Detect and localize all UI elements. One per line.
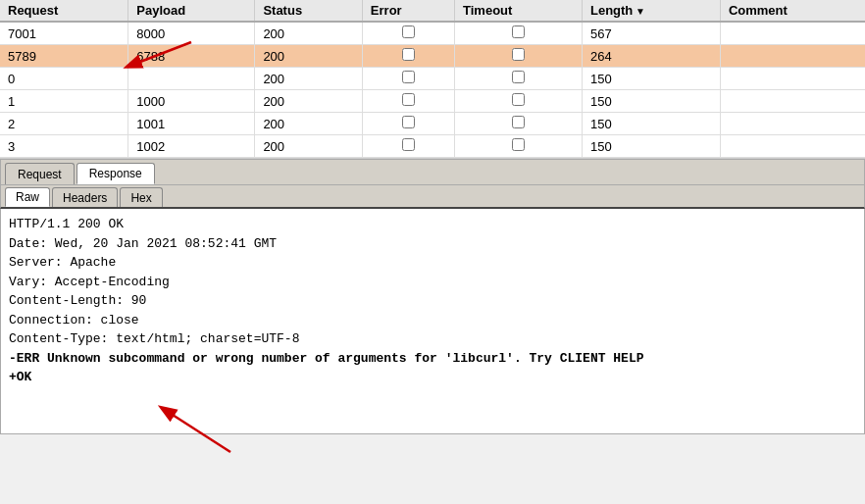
cell-comment: [720, 90, 865, 113]
cell-comment: [720, 68, 865, 90]
tab-headers[interactable]: Headers: [52, 187, 118, 207]
cell-request: 2: [0, 113, 128, 135]
cell-request: 0: [0, 68, 128, 90]
main-wrapper: Request Payload Status Error Timeout Len…: [0, 0, 865, 504]
tab-response[interactable]: Response: [76, 163, 155, 184]
cell-length: 150: [582, 68, 720, 90]
cell-timeout[interactable]: [455, 22, 583, 45]
cell-status: 200: [255, 68, 362, 90]
cell-payload: [128, 68, 255, 90]
cell-length: 150: [582, 135, 720, 158]
cell-length: 150: [582, 90, 720, 113]
col-error[interactable]: Error: [362, 0, 454, 22]
cell-request: 5789: [0, 45, 128, 68]
cell-error[interactable]: [362, 45, 454, 68]
cell-request: 7001: [0, 22, 128, 45]
cell-timeout[interactable]: [455, 135, 583, 158]
cell-payload: 1000: [128, 90, 255, 113]
cell-payload: 1001: [128, 113, 255, 135]
table-row[interactable]: 11000200150: [0, 90, 865, 113]
response-content: HTTP/1.1 200 OKDate: Wed, 20 Jan 2021 08…: [0, 209, 865, 434]
cell-status: 200: [255, 113, 362, 135]
main-tabs-bar: Request Response: [0, 159, 865, 184]
cell-comment: [720, 113, 865, 135]
col-timeout[interactable]: Timeout: [455, 0, 583, 22]
cell-payload: 1002: [128, 135, 255, 158]
results-table: Request Payload Status Error Timeout Len…: [0, 0, 865, 158]
content-line: Server: Apache: [9, 253, 856, 273]
col-length[interactable]: Length: [582, 0, 720, 22]
col-comment[interactable]: Comment: [720, 0, 865, 22]
cell-error[interactable]: [362, 113, 454, 135]
cell-timeout[interactable]: [455, 45, 583, 68]
content-line: +OK: [9, 368, 856, 387]
col-request[interactable]: Request: [0, 0, 128, 22]
sub-tabs-bar: Raw Headers Hex: [0, 184, 865, 209]
tab-request[interactable]: Request: [5, 163, 75, 184]
content-line: Date: Wed, 20 Jan 2021 08:52:41 GMT: [9, 234, 856, 254]
results-table-section: Request Payload Status Error Timeout Len…: [0, 0, 865, 159]
content-line: HTTP/1.1 200 OK: [9, 215, 856, 234]
content-line: Content-Type: text/html; charset=UTF-8: [9, 329, 856, 349]
cell-error[interactable]: [362, 135, 454, 158]
content-line: Content-Length: 90: [9, 291, 856, 311]
table-row[interactable]: 57896788200264: [0, 45, 865, 68]
tab-raw[interactable]: Raw: [5, 187, 50, 207]
cell-comment: [720, 135, 865, 158]
content-line: -ERR Unknown subcommand or wrong number …: [9, 349, 856, 369]
col-payload[interactable]: Payload: [128, 0, 255, 22]
cell-status: 200: [255, 22, 362, 45]
cell-status: 200: [255, 45, 362, 68]
tab-hex[interactable]: Hex: [120, 187, 162, 207]
table-row[interactable]: 31002200150: [0, 135, 865, 158]
cell-timeout[interactable]: [455, 68, 583, 90]
col-status[interactable]: Status: [255, 0, 362, 22]
cell-timeout[interactable]: [455, 90, 583, 113]
cell-request: 3: [0, 135, 128, 158]
table-row[interactable]: 21001200150: [0, 113, 865, 135]
table-header-row: Request Payload Status Error Timeout Len…: [0, 0, 865, 22]
cell-status: 200: [255, 135, 362, 158]
cell-length: 567: [582, 22, 720, 45]
table-row[interactable]: 70018000200567: [0, 22, 865, 45]
cell-error[interactable]: [362, 68, 454, 90]
cell-request: 1: [0, 90, 128, 113]
cell-payload: 6788: [128, 45, 255, 68]
table-row[interactable]: 0200150: [0, 68, 865, 90]
cell-comment: [720, 22, 865, 45]
cell-length: 264: [582, 45, 720, 68]
cell-timeout[interactable]: [455, 113, 583, 135]
cell-length: 150: [582, 113, 720, 135]
cell-status: 200: [255, 90, 362, 113]
cell-error[interactable]: [362, 90, 454, 113]
cell-payload: 8000: [128, 22, 255, 45]
content-line: Connection: close: [9, 311, 856, 330]
cell-comment: [720, 45, 865, 68]
content-line: Vary: Accept-Encoding: [9, 273, 856, 292]
cell-error[interactable]: [362, 22, 454, 45]
